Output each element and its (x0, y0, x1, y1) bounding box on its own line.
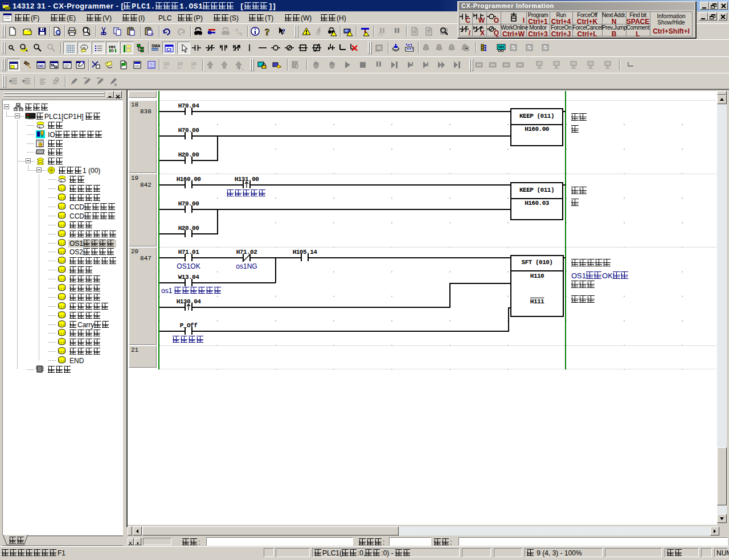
svg-text:B: B (239, 31, 242, 36)
svg-text:00: 00 (316, 32, 320, 36)
svg-text:CI: CI (166, 47, 171, 52)
svg-text:A: A (235, 27, 239, 32)
svg-text:CO: CO (149, 32, 154, 36)
svg-text:s: s (39, 125, 40, 129)
svg-text:?: ? (282, 27, 285, 35)
svg-text:(0): (0) (375, 49, 379, 52)
svg-text:(0): (0) (378, 32, 383, 36)
svg-text:HH: HH (498, 45, 504, 49)
svg-text:HH: HH (109, 44, 116, 50)
svg-text:002: 002 (149, 65, 154, 68)
svg-text:(0): (0) (163, 66, 167, 69)
svg-text:(0): (0) (177, 66, 181, 69)
svg-text:s: s (60, 179, 62, 183)
svg-text:?: ? (265, 27, 270, 36)
svg-text:SMA: SMA (151, 44, 160, 48)
svg-text:(0): (0) (191, 66, 195, 69)
